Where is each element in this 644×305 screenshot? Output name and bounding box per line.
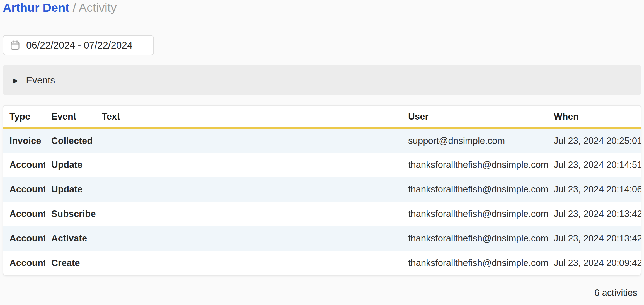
caret-right-icon: ▶ bbox=[13, 77, 18, 84]
cell-type: Account bbox=[3, 177, 45, 202]
cell-text bbox=[96, 251, 402, 275]
cell-when: Jul 23, 2024 20:09:42 bbox=[548, 251, 641, 275]
cell-when: Jul 23, 2024 20:14:51 bbox=[548, 152, 641, 177]
date-range-value: 06/22/2024 - 07/22/2024 bbox=[26, 40, 132, 51]
table-row: Account Activate thanksforallthefish@dns… bbox=[3, 226, 641, 251]
cell-when: Jul 23, 2024 20:25:01 bbox=[548, 128, 641, 152]
cell-text bbox=[96, 177, 402, 202]
cell-user: thanksforallthefish@dnsimple.com bbox=[402, 202, 548, 226]
cell-text bbox=[96, 226, 402, 251]
col-header-user: User bbox=[402, 106, 548, 128]
table-row: Account Update thanksforallthefish@dnsim… bbox=[3, 177, 641, 202]
date-range-picker[interactable]: 06/22/2024 - 07/22/2024 bbox=[3, 35, 154, 55]
activity-count: 6 activities bbox=[3, 287, 641, 298]
cell-type: Account bbox=[3, 251, 45, 275]
cell-text bbox=[96, 152, 402, 177]
cell-event: Activate bbox=[45, 226, 96, 251]
cell-event: Create bbox=[45, 251, 96, 275]
cell-user: thanksforallthefish@dnsimple.com bbox=[402, 177, 548, 202]
events-label: Events bbox=[26, 75, 55, 86]
col-header-event: Event bbox=[45, 106, 96, 128]
cell-user: support@dnsimple.com bbox=[402, 128, 548, 152]
table-header-row: Type Event Text User When bbox=[3, 106, 641, 128]
table-row: Invoice Collected support@dnsimple.com J… bbox=[3, 128, 641, 152]
cell-event: Update bbox=[45, 177, 96, 202]
cell-user: thanksforallthefish@dnsimple.com bbox=[402, 251, 548, 275]
cell-type: Invoice bbox=[3, 128, 45, 152]
breadcrumb-account-link[interactable]: Arthur Dent bbox=[3, 1, 69, 14]
cell-event: Update bbox=[45, 152, 96, 177]
cell-event: Collected bbox=[45, 128, 96, 152]
cell-type: Account bbox=[3, 152, 45, 177]
cell-text bbox=[96, 202, 402, 226]
breadcrumb-current-page: Activity bbox=[79, 1, 117, 14]
cell-user: thanksforallthefish@dnsimple.com bbox=[402, 226, 548, 251]
col-header-type: Type bbox=[3, 106, 45, 128]
events-disclosure[interactable]: ▶ Events bbox=[3, 65, 641, 95]
calendar-icon bbox=[10, 40, 20, 50]
cell-type: Account bbox=[3, 226, 45, 251]
cell-event: Subscribe bbox=[45, 202, 96, 226]
breadcrumb: Arthur Dent / Activity bbox=[3, 0, 641, 14]
activity-table-card: Type Event Text User When Invoice Collec… bbox=[3, 105, 641, 276]
cell-user: thanksforallthefish@dnsimple.com bbox=[402, 152, 548, 177]
activity-table: Type Event Text User When Invoice Collec… bbox=[3, 106, 641, 275]
cell-text bbox=[96, 128, 402, 152]
activity-page: Arthur Dent / Activity 06/22/2024 - 07/2… bbox=[0, 0, 644, 298]
cell-when: Jul 23, 2024 20:13:42 bbox=[548, 202, 641, 226]
table-row: Account Update thanksforallthefish@dnsim… bbox=[3, 152, 641, 177]
table-row: Account Create thanksforallthefish@dnsim… bbox=[3, 251, 641, 275]
cell-type: Account bbox=[3, 202, 45, 226]
col-header-text: Text bbox=[96, 106, 402, 128]
cell-when: Jul 23, 2024 20:13:42 bbox=[548, 226, 641, 251]
col-header-when: When bbox=[548, 106, 641, 128]
cell-when: Jul 23, 2024 20:14:06 bbox=[548, 177, 641, 202]
breadcrumb-separator: / bbox=[73, 1, 76, 14]
table-row: Account Subscribe thanksforallthefish@dn… bbox=[3, 202, 641, 226]
